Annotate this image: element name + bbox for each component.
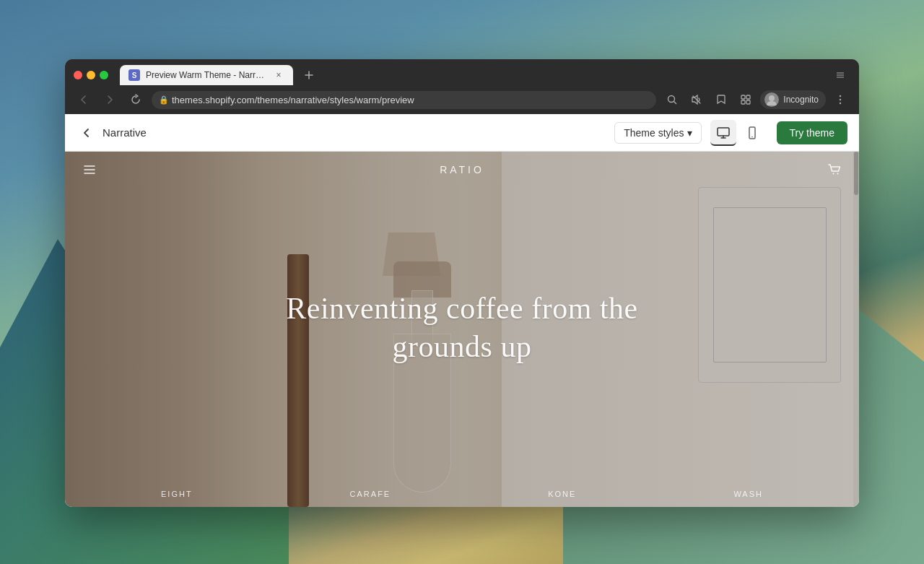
product-nav-item-1[interactable]: CARAFE	[350, 490, 391, 498]
theme-styles-label: Theme styles	[624, 127, 684, 139]
forward-button[interactable]	[100, 90, 120, 110]
svg-point-13	[837, 173, 839, 175]
tab-controls	[830, 65, 850, 85]
hero-text-block: Reinventing coffee from the grounds up	[282, 290, 642, 365]
search-button[interactable]	[662, 90, 682, 110]
traffic-lights	[74, 71, 108, 79]
product-nav: EIGHT CARAFE KONE WASH	[65, 481, 859, 507]
product-nav-item-3[interactable]: WASH	[733, 490, 763, 498]
tab-favicon	[128, 69, 140, 81]
browser-window: Preview Warm Theme - Narra... ×	[65, 59, 859, 507]
svg-point-12	[833, 173, 834, 175]
chevron-down-icon: ▾	[687, 127, 692, 139]
cart-icon[interactable]	[827, 162, 842, 177]
active-tab[interactable]: Preview Warm Theme - Narra... ×	[120, 65, 293, 85]
close-window-button[interactable]	[74, 71, 82, 79]
browser-chrome: Preview Warm Theme - Narra... ×	[65, 59, 859, 114]
fullscreen-window-button[interactable]	[100, 71, 108, 79]
desktop-view-button[interactable]	[710, 120, 736, 146]
svg-rect-9	[718, 128, 729, 136]
svg-point-5	[769, 95, 775, 101]
minimize-window-button[interactable]	[87, 71, 95, 79]
lock-icon: 🔒	[159, 95, 169, 105]
hero-headline: Reinventing coffee from the grounds up	[282, 290, 642, 365]
tab-list-button[interactable]	[830, 65, 850, 85]
theme-bar: Narrative Theme styles ▾ Try theme	[65, 114, 859, 152]
bookmark-button[interactable]	[711, 90, 731, 110]
menu-button[interactable]	[830, 90, 850, 110]
profile-button[interactable]: Incognito	[760, 90, 826, 109]
product-nav-item-0[interactable]: EIGHT	[161, 490, 193, 498]
mobile-view-button[interactable]	[739, 120, 765, 146]
scroll-track	[853, 152, 859, 507]
theme-name-label: Narrative	[103, 126, 614, 139]
svg-rect-1	[741, 95, 745, 99]
svg-point-7	[840, 99, 841, 100]
product-nav-item-2[interactable]: KONE	[548, 490, 576, 498]
address-wrap: 🔒	[152, 91, 656, 109]
svg-rect-2	[746, 95, 750, 99]
address-input[interactable]	[152, 91, 656, 109]
address-bar: 🔒	[65, 85, 859, 114]
new-tab-button[interactable]	[299, 65, 319, 85]
back-button[interactable]	[74, 90, 94, 110]
profile-label: Incognito	[783, 95, 819, 105]
site-logo: RATIO	[440, 164, 484, 175]
tab-close-button[interactable]: ×	[273, 69, 284, 81]
site-nav: RATIO	[65, 152, 859, 188]
avatar	[764, 92, 779, 107]
svg-point-11	[751, 136, 753, 137]
try-theme-button[interactable]: Try theme	[777, 121, 848, 144]
audio-button[interactable]	[687, 90, 707, 110]
tab-bar: Preview Warm Theme - Narra... ×	[65, 59, 859, 85]
svg-rect-4	[746, 100, 750, 104]
svg-point-8	[840, 103, 841, 104]
svg-rect-3	[741, 100, 745, 104]
website-preview: RATIO Reinventing coffee from the ground…	[65, 152, 859, 507]
hamburger-menu-icon[interactable]	[82, 162, 97, 177]
browser-actions: Incognito	[662, 90, 850, 110]
svg-point-6	[840, 95, 841, 97]
reload-button[interactable]	[126, 90, 146, 110]
theme-styles-button[interactable]: Theme styles ▾	[614, 122, 701, 144]
tab-title: Preview Warm Theme - Narra...	[146, 70, 267, 80]
back-to-themes-button[interactable]	[77, 123, 97, 143]
preview-area: RATIO Reinventing coffee from the ground…	[65, 152, 859, 507]
extensions-button[interactable]	[736, 90, 756, 110]
device-buttons	[710, 120, 765, 146]
